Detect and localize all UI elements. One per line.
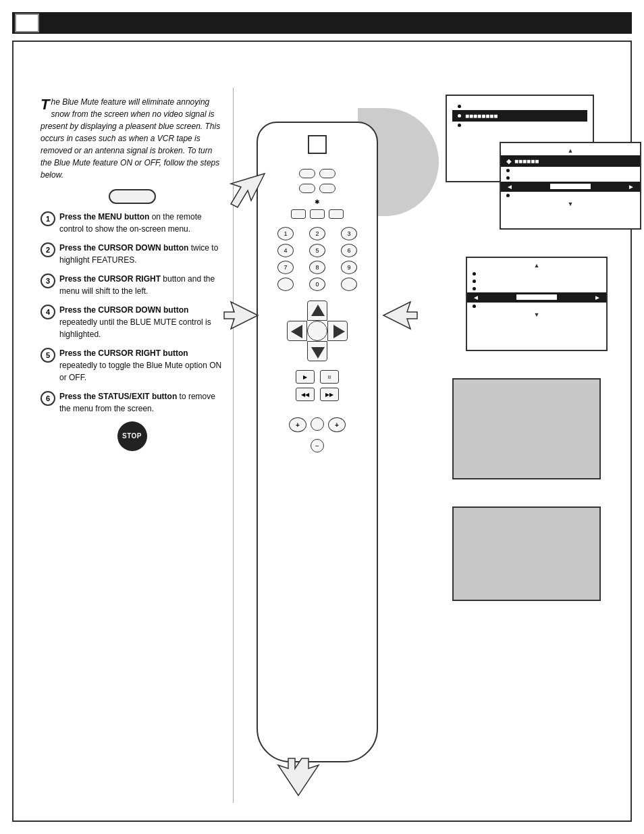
vol-minus[interactable]: − xyxy=(311,439,324,452)
intro-body: he Blue Mute feature will eliminate anno… xyxy=(41,97,220,180)
screen-3-item-1 xyxy=(467,270,606,278)
screen-2: ▲ ◆ ■■■■■■ ◄ ► xyxy=(500,142,641,230)
s3-bullet-1 xyxy=(473,272,476,276)
drop-cap: T xyxy=(41,97,49,112)
remote-num-7[interactable]: 7 xyxy=(277,261,294,274)
screen-3-down-arrow: ▼ xyxy=(467,310,606,319)
remote-num-0[interactable]: 0 xyxy=(309,278,325,291)
remote-num-2[interactable]: 2 xyxy=(309,227,325,240)
screen-3-item-5 xyxy=(467,303,606,310)
intro-text: The Blue Mute feature will eliminate ann… xyxy=(41,96,223,181)
s3-bullet-2 xyxy=(473,280,476,283)
remote-num-8[interactable]: 8 xyxy=(309,261,325,274)
screen-4-gray xyxy=(452,378,601,479)
hand-topleft-decoration xyxy=(224,163,271,213)
volume-controls: + + − xyxy=(258,413,377,457)
s3-bullet-3 xyxy=(473,287,476,290)
svg-marker-0 xyxy=(311,305,325,316)
rewind-button[interactable]: ◀◀ xyxy=(296,388,315,401)
center-btn[interactable] xyxy=(311,417,324,431)
screen-3-item-3 xyxy=(467,285,606,292)
screen-1-item-2-highlighted: ■■■■■■■■ xyxy=(452,110,587,122)
screen-1-item-2-text: ■■■■■■■■ xyxy=(465,112,498,120)
screen-3: ▲ ◄ ► xyxy=(466,257,608,351)
remote-sensor xyxy=(308,135,327,154)
dpad-left[interactable] xyxy=(287,321,307,341)
remote-btn-oval-4[interactable] xyxy=(319,184,336,193)
fastforward-button[interactable]: ▶▶ xyxy=(320,388,339,401)
dpad-down[interactable] xyxy=(307,341,327,361)
remote-btn-oval-3[interactable] xyxy=(299,184,315,193)
dpad-up[interactable] xyxy=(307,301,327,321)
pause-button[interactable]: II xyxy=(320,370,339,384)
dpad xyxy=(287,295,348,367)
svg-marker-4 xyxy=(224,302,258,329)
vol-plus-right[interactable]: + xyxy=(328,417,346,432)
header-box xyxy=(15,14,39,32)
remote-btn-1[interactable] xyxy=(291,209,306,219)
step-1-bold: Press the MENU button xyxy=(59,212,149,221)
step-3-bold: Press the CURSOR RIGHT xyxy=(59,274,161,284)
dpad-right[interactable] xyxy=(327,321,348,341)
step-6-number: 6 xyxy=(41,391,55,406)
step-2-number: 2 xyxy=(41,242,55,257)
remote-num-5[interactable]: 5 xyxy=(309,244,325,257)
remote-num-blank2 xyxy=(341,278,357,291)
screen-2-highlighted-item: ◄ ► xyxy=(501,182,640,192)
remote-number-grid: 1 2 3 4 5 6 7 8 9 0 xyxy=(258,227,377,291)
step-4-bold: Press the CURSOR DOWN button xyxy=(59,305,188,315)
menu-button-illustration xyxy=(109,189,156,204)
remote-num-3[interactable]: 3 xyxy=(341,227,357,240)
s2-right-arrow: ► xyxy=(628,183,635,190)
remote-num-9[interactable]: 9 xyxy=(341,261,357,274)
screen-2-down-arrow: ▼ xyxy=(501,199,640,209)
svg-marker-2 xyxy=(291,325,302,338)
screen-1-item-3 xyxy=(452,122,587,129)
step-5-bold: Press the CURSOR RIGHT button xyxy=(59,348,188,358)
remote-btn-oval-1[interactable] xyxy=(299,169,315,178)
s2-bullet-2 xyxy=(506,176,510,180)
step-1-number: 1 xyxy=(41,211,55,226)
remote-btn-oval-2[interactable] xyxy=(319,169,336,178)
step-3-number: 3 xyxy=(41,273,55,288)
instruction-panel: The Blue Mute feature will eliminate ann… xyxy=(31,88,234,803)
screen-2-item-1 xyxy=(501,167,640,174)
remote-top-buttons xyxy=(258,163,377,199)
s2-bullet-4 xyxy=(506,194,510,197)
remote-area: ✱ 1 2 3 4 5 6 7 8 9 xyxy=(236,88,446,803)
screen-1-content: ■■■■■■■■ xyxy=(447,96,593,136)
hand-bottom-decoration xyxy=(275,755,322,802)
screen-1-item-1 xyxy=(452,103,587,110)
screen-3-highlighted-item: ◄ ► xyxy=(467,292,606,303)
header-bar xyxy=(12,12,632,34)
step-4-number: 4 xyxy=(41,305,55,319)
svg-marker-3 xyxy=(333,325,345,338)
step-4: 4 Press the CURSOR DOWN button repeatedl… xyxy=(41,304,223,340)
remote-btn-3[interactable] xyxy=(329,209,344,219)
remote-num-4[interactable]: 4 xyxy=(277,244,294,257)
svg-marker-6 xyxy=(231,174,265,207)
remote-num-1[interactable]: 1 xyxy=(277,227,294,240)
screen-2-up-arrow: ▲ xyxy=(501,146,640,155)
play-button[interactable]: ▶ xyxy=(296,370,315,384)
dpad-center[interactable] xyxy=(307,321,327,341)
s2-value-indicator xyxy=(550,184,591,189)
s2-left-arrow: ◄ xyxy=(506,183,513,190)
s3-value-indicator xyxy=(516,294,557,300)
step-2: 2 Press the CURSOR DOWN button twice to … xyxy=(41,242,223,266)
screen-2-item-4 xyxy=(501,192,640,199)
transport-controls: ▶ II ◀◀ ▶▶ xyxy=(258,366,377,405)
hand-right-decoration xyxy=(380,298,421,335)
screen-2-content: ▲ ◆ ■■■■■■ ◄ ► xyxy=(501,143,640,209)
vol-plus-left[interactable]: + xyxy=(289,417,306,432)
step-5-text: Press the CURSOR RIGHT button repeatedly… xyxy=(59,347,223,384)
s3-bullet-5 xyxy=(473,305,476,308)
remote-num-blank xyxy=(277,278,294,291)
s3-value-bar xyxy=(479,294,594,301)
screen-2-title: ◆ ■■■■■■ xyxy=(501,155,640,167)
remote-mid-buttons xyxy=(258,204,377,224)
remote-num-6[interactable]: 6 xyxy=(341,244,357,257)
remote-btn-2[interactable] xyxy=(310,209,325,219)
s3-left-arrow: ◄ xyxy=(473,294,479,301)
step-3: 3 Press the CURSOR RIGHT button and the … xyxy=(41,273,223,297)
